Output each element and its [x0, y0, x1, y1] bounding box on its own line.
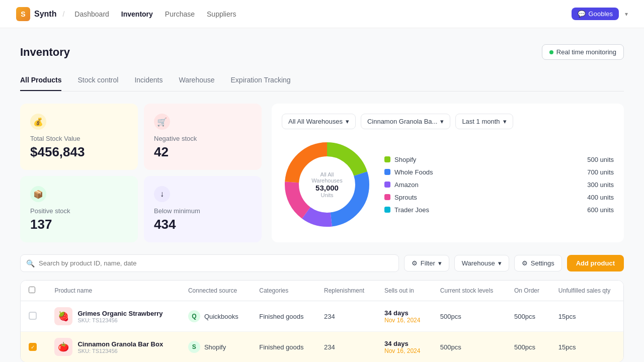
- unfulfilled: 15pcs: [550, 332, 623, 363]
- below-min-icon: ↓: [154, 186, 170, 202]
- product-filter[interactable]: Cinnamon Granola Ba... ▾: [361, 114, 450, 129]
- product-cell: 🍓 Grimes Organic Strawberry SKU: TS12345…: [54, 307, 172, 325]
- row-checkbox[interactable]: ✓: [29, 343, 37, 351]
- search-input[interactable]: [20, 254, 399, 272]
- product-sku: SKU: TS123456: [77, 317, 163, 323]
- time-filter[interactable]: Last 1 month ▾: [455, 114, 513, 129]
- col-sells-out: Sells out in: [376, 281, 432, 301]
- product-filter-label: Cinnamon Granola Ba...: [367, 118, 437, 125]
- realtime-dot: [549, 50, 553, 54]
- tabs: All Products Stock control Incidents War…: [20, 72, 624, 92]
- below-min-label: Below minimum: [154, 207, 252, 215]
- on-order: 500pcs: [506, 332, 550, 363]
- sells-date: Nov 16, 2024: [384, 317, 424, 324]
- col-on-order: On Order: [506, 281, 550, 301]
- table-body: 🍓 Grimes Organic Strawberry SKU: TS12345…: [21, 301, 623, 363]
- table: Product name Connected source Categories…: [21, 281, 623, 362]
- col-stock: Current stock levels: [432, 281, 506, 301]
- stock-level: 500pcs: [432, 332, 506, 363]
- brand: S Synth: [16, 7, 56, 21]
- stat-positive-stock: 📦 Positive stock 137: [20, 176, 138, 242]
- brand-logo: S: [16, 7, 30, 21]
- warehouse-chevron: ▾: [498, 259, 502, 267]
- tab-stock-control[interactable]: Stock control: [77, 72, 118, 91]
- nav-purchase[interactable]: Purchase: [165, 8, 195, 20]
- table-row: ✓ 🍅 Cinnamon Granola Bar Box SKU: TS1234…: [21, 332, 623, 363]
- replenishment: 234: [316, 332, 376, 363]
- donut-sub: All All Warehouses: [304, 171, 350, 184]
- tab-expiration[interactable]: Expiration Tracking: [231, 72, 291, 91]
- row-checkbox[interactable]: [29, 312, 37, 320]
- filter-button[interactable]: ⚙ Filter ▾: [404, 255, 449, 272]
- user-menu-chevron[interactable]: ▾: [625, 11, 628, 18]
- tab-warehouse[interactable]: Warehouse: [179, 72, 214, 91]
- nav-dashboard[interactable]: Dashboard: [74, 8, 109, 20]
- col-product-name: Product name: [46, 281, 180, 301]
- user-icon: 💬: [578, 10, 586, 18]
- stat-below-min: ↓ Below minimum 434: [144, 176, 262, 242]
- product-cell: 🍅 Cinnamon Granola Bar Box SKU: TS123456: [54, 338, 172, 356]
- product-name: Cinnamon Granola Bar Box: [77, 340, 163, 348]
- realtime-label: Real time monitoring: [556, 48, 616, 56]
- toolbar: 🔍 ⚙ Filter ▾ Warehouse ▾ ⚙ Settings Add …: [20, 254, 624, 272]
- realtime-button[interactable]: Real time monitoring: [542, 44, 624, 60]
- warehouse-filter[interactable]: All All Warehouses ▾: [282, 114, 356, 129]
- sells-out: 34 days Nov 16, 2024: [376, 332, 432, 363]
- negative-stock-icon: 🛒: [154, 114, 170, 130]
- time-filter-chevron: ▾: [503, 118, 507, 125]
- col-replenishment: Replenishment: [316, 281, 376, 301]
- chart-filters: All All Warehouses ▾ Cinnamon Granola Ba…: [282, 114, 614, 129]
- tab-all-products[interactable]: All Products: [20, 72, 61, 91]
- product-table: Product name Connected source Categories…: [20, 280, 624, 362]
- select-all-checkbox[interactable]: [29, 287, 35, 293]
- category: Finished goods: [251, 332, 316, 363]
- nav-links: Dashboard Inventory Purchase Suppliers: [74, 8, 236, 20]
- legend-sprouts: Sprouts 400 units: [384, 191, 614, 204]
- nav-separator: /: [62, 10, 64, 18]
- settings-icon: ⚙: [522, 259, 528, 267]
- warehouse-button[interactable]: Warehouse ▾: [454, 255, 509, 272]
- filter-label: Filter: [421, 259, 435, 267]
- positive-stock-value: 137: [30, 217, 128, 232]
- positive-stock-label: Positive stock: [30, 207, 128, 215]
- replenishment: 234: [316, 301, 376, 332]
- stats-grid: 💰 Total Stock Value $456,843 🛒 Negative …: [20, 104, 262, 242]
- legend-traderjoes: Trader Joes 600 units: [384, 204, 614, 216]
- source-cell: Q Quickbooks: [188, 310, 243, 322]
- stats-and-chart: 💰 Total Stock Value $456,843 🛒 Negative …: [20, 104, 624, 242]
- sells-out: 34 days Nov 16, 2024: [376, 301, 432, 332]
- nav-suppliers[interactable]: Suppliers: [207, 8, 236, 20]
- total-stock-icon: 💰: [30, 114, 46, 130]
- warehouse-filter-label: All All Warehouses: [288, 118, 343, 125]
- source-cell: S Shopify: [188, 341, 243, 353]
- col-unfulfilled: Unfulfilled sales qty: [550, 281, 623, 301]
- settings-label: Settings: [531, 259, 554, 267]
- chart-legend: Shopify 500 units Whole Foods 700 units …: [384, 153, 614, 216]
- col-connected-source: Connected source: [180, 281, 251, 301]
- sells-date: Nov 16, 2024: [384, 347, 424, 354]
- legend-shopify: Shopify 500 units: [384, 153, 614, 166]
- settings-button[interactable]: ⚙ Settings: [514, 255, 562, 272]
- user-badge[interactable]: 💬 Goobles: [572, 8, 619, 20]
- add-product-button[interactable]: Add product: [567, 255, 624, 272]
- search-wrap: 🔍: [20, 254, 399, 272]
- source-name: Shopify: [204, 343, 226, 351]
- filter-icon: ⚙: [412, 259, 418, 267]
- source-logo: S: [188, 341, 200, 353]
- positive-stock-icon: 📦: [30, 186, 46, 202]
- tab-incidents[interactable]: Incidents: [134, 72, 163, 91]
- donut-center-label: All All Warehouses 53,000 Units: [304, 171, 350, 198]
- unfulfilled: 15pcs: [550, 301, 623, 332]
- table-head: Product name Connected source Categories…: [21, 281, 623, 301]
- below-min-value: 434: [154, 217, 252, 232]
- stat-total-stock: 💰 Total Stock Value $456,843: [20, 104, 138, 170]
- sells-days: 34 days: [384, 309, 424, 317]
- donut-chart: All All Warehouses 53,000 Units: [282, 139, 372, 230]
- chart-body: All All Warehouses 53,000 Units Shopify …: [282, 139, 614, 230]
- chart-card: All All Warehouses ▾ Cinnamon Granola Ba…: [272, 104, 624, 242]
- total-stock-value: $456,843: [30, 144, 128, 160]
- category: Finished goods: [251, 301, 316, 332]
- stat-negative-stock: 🛒 Negative stock 42: [144, 104, 262, 170]
- nav-inventory[interactable]: Inventory: [121, 8, 153, 20]
- col-categories: Categories: [251, 281, 316, 301]
